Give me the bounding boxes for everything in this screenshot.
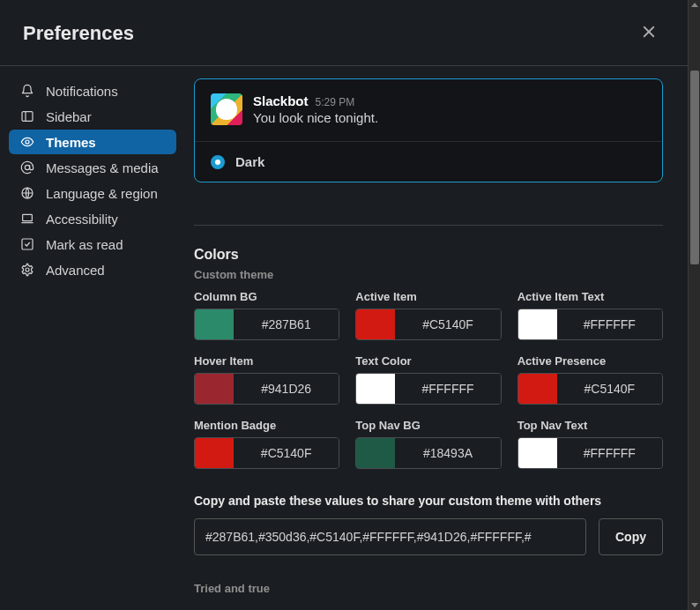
close-icon <box>641 24 657 43</box>
swatch-chip[interactable] <box>195 438 234 468</box>
sidebar-item-label: Advanced <box>46 263 105 278</box>
swatch-chip[interactable] <box>518 309 557 339</box>
swatch-chip[interactable] <box>518 374 557 404</box>
sidebar-item-label: Accessibility <box>46 212 118 227</box>
swatch-label: Text Color <box>355 354 501 368</box>
sidebar-item-themes[interactable]: Themes <box>9 130 176 154</box>
swatch-label: Mention Badge <box>194 419 339 432</box>
bell-icon <box>19 83 35 99</box>
sidebar-icon <box>19 108 35 124</box>
swatch-input[interactable]: #FFFFFF <box>355 373 501 405</box>
color-swatch: Mention Badge#C5140F <box>194 419 339 469</box>
swatch-label: Active Item <box>355 290 501 303</box>
swatch-input[interactable]: #C5140F <box>518 373 663 405</box>
share-theme-input[interactable]: #287B61,#350d36,#C5140F,#FFFFFF,#941D26,… <box>194 518 586 555</box>
svg-point-4 <box>26 140 29 144</box>
window-scrollbar[interactable] <box>688 0 700 610</box>
scrollbar-thumb[interactable] <box>690 71 699 264</box>
swatch-input[interactable]: #C5140F <box>194 437 339 469</box>
sidebar-item-mark-as-read[interactable]: Mark as read <box>9 232 176 257</box>
color-swatch: Text Color#FFFFFF <box>355 354 501 405</box>
copy-button[interactable]: Copy <box>599 518 663 555</box>
eye-icon <box>19 134 35 150</box>
svg-point-9 <box>26 268 29 272</box>
swatch-chip[interactable] <box>195 374 234 404</box>
preview-username: Slackbot <box>253 93 309 108</box>
globe-icon <box>19 185 35 201</box>
svg-rect-8 <box>22 239 33 249</box>
preview-message-text: You look nice tonight. <box>253 110 378 125</box>
sidebar-item-sidebar[interactable]: Sidebar <box>9 104 176 129</box>
sidebar-item-messages[interactable]: Messages & media <box>9 155 176 180</box>
gear-icon <box>19 262 35 278</box>
slackbot-avatar <box>211 93 242 125</box>
sidebar-item-label: Language & region <box>46 186 158 201</box>
theme-option-label: Dark <box>235 154 264 169</box>
swatch-hex[interactable]: #FFFFFF <box>557 438 662 468</box>
preferences-content[interactable]: Slackbot 5:29 PM You look nice tonight. … <box>185 66 688 610</box>
swatch-label: Top Nav Text <box>518 419 663 432</box>
sidebar-item-label: Sidebar <box>46 109 92 124</box>
colors-section-title: Colors <box>194 225 663 263</box>
swatch-label: Column BG <box>194 290 339 303</box>
preferences-sidebar: Notifications Sidebar Themes Messages & … <box>0 66 185 610</box>
sidebar-item-advanced[interactable]: Advanced <box>9 257 176 282</box>
color-swatch: Active Item#C5140F <box>355 290 501 340</box>
swatch-label: Top Nav BG <box>355 419 501 432</box>
swatch-chip[interactable] <box>518 438 557 468</box>
swatch-hex[interactable]: #FFFFFF <box>395 374 500 404</box>
theme-preview-message: Slackbot 5:29 PM You look nice tonight. <box>195 79 662 142</box>
swatch-hex[interactable]: #941D26 <box>234 374 339 404</box>
preferences-modal: Preferences Notifications Sidebar Themes <box>0 0 688 610</box>
color-swatch: Hover Item#941D26 <box>194 354 339 405</box>
swatch-hex[interactable]: #FFFFFF <box>557 309 662 339</box>
color-swatch: Column BG#287B61 <box>194 290 339 340</box>
swatch-input[interactable]: #941D26 <box>194 373 339 405</box>
swatch-hex[interactable]: #C5140F <box>234 438 339 468</box>
swatch-input[interactable]: #18493A <box>355 437 501 469</box>
color-swatch: Top Nav Text#FFFFFF <box>518 419 663 469</box>
radio-selected-icon[interactable] <box>211 155 225 169</box>
swatch-chip[interactable] <box>195 309 234 339</box>
check-square-icon <box>19 236 35 252</box>
custom-theme-label: Custom theme <box>194 268 663 281</box>
mention-icon <box>19 160 35 175</box>
swatch-label: Active Presence <box>518 354 663 368</box>
share-theme-label: Copy and paste these values to share you… <box>194 494 663 508</box>
sidebar-item-notifications[interactable]: Notifications <box>9 78 176 103</box>
color-swatch: Top Nav BG#18493A <box>355 419 501 469</box>
sidebar-item-label: Themes <box>46 135 96 150</box>
laptop-icon <box>19 211 35 227</box>
swatch-hex[interactable]: #C5140F <box>557 374 662 404</box>
swatch-input[interactable]: #C5140F <box>355 309 501 340</box>
color-swatch-grid: Column BG#287B61Active Item#C5140FActive… <box>194 290 663 469</box>
close-button[interactable] <box>633 18 665 49</box>
modal-header: Preferences <box>0 0 688 66</box>
theme-preview-card[interactable]: Slackbot 5:29 PM You look nice tonight. … <box>194 78 663 182</box>
theme-option-row[interactable]: Dark <box>195 142 662 182</box>
swatch-hex[interactable]: #287B61 <box>234 309 339 339</box>
modal-body: Notifications Sidebar Themes Messages & … <box>0 66 688 610</box>
svg-rect-2 <box>22 112 33 122</box>
swatch-input[interactable]: #FFFFFF <box>518 309 663 340</box>
swatch-label: Hover Item <box>194 354 339 368</box>
swatch-label: Active Item Text <box>518 290 663 303</box>
sidebar-item-label: Notifications <box>46 84 118 99</box>
sidebar-item-accessibility[interactable]: Accessibility <box>9 206 176 231</box>
sidebar-item-label: Mark as read <box>46 237 123 252</box>
swatch-chip[interactable] <box>356 438 395 468</box>
swatch-hex[interactable]: #18493A <box>395 438 500 468</box>
swatch-chip[interactable] <box>356 309 395 339</box>
swatch-chip[interactable] <box>356 374 395 404</box>
preview-timestamp: 5:29 PM <box>316 96 355 108</box>
swatch-hex[interactable]: #C5140F <box>395 309 500 339</box>
svg-point-5 <box>25 165 29 169</box>
color-swatch: Active Presence#C5140F <box>518 354 663 405</box>
color-swatch: Active Item Text#FFFFFF <box>518 290 663 340</box>
sidebar-item-language[interactable]: Language & region <box>9 181 176 205</box>
swatch-input[interactable]: #FFFFFF <box>518 437 663 469</box>
tried-and-true-label: Tried and true <box>194 582 663 595</box>
modal-title: Preferences <box>23 22 134 45</box>
swatch-input[interactable]: #287B61 <box>194 309 339 340</box>
svg-rect-7 <box>23 214 33 220</box>
